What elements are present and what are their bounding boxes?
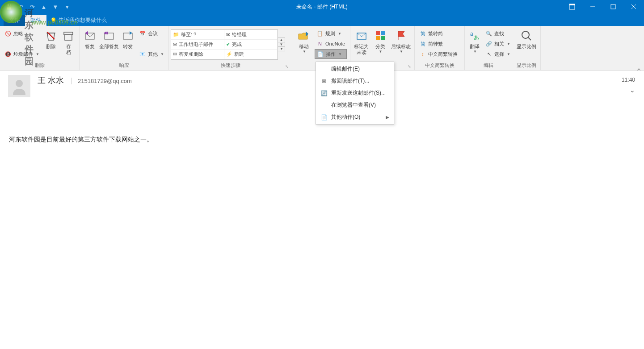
convert-icon: ↕ (419, 50, 426, 58)
zoom-icon (519, 29, 534, 43)
menu-resend-message[interactable]: 🔄重新发送这封邮件(S)... (317, 87, 393, 99)
svg-point-20 (522, 31, 529, 38)
svg-text:a: a (470, 31, 473, 37)
svg-rect-14 (376, 31, 380, 35)
resend-icon: 🔄 (320, 90, 328, 97)
delete-icon (44, 29, 58, 43)
maximize-icon[interactable] (603, 0, 623, 13)
related-button[interactable]: 🔗相关▼ (484, 39, 512, 49)
reply-icon (83, 29, 97, 43)
tab-file[interactable]: 文件 (4, 15, 25, 26)
quick-access-toolbar: 💾 ↶ ↷ ▲ ▼ ▾ (0, 1, 72, 12)
onenote-icon: N (316, 40, 324, 47)
actions-dropdown-menu: 编辑邮件(E) ✉撤回该邮件(T)... 🔄重新发送这封邮件(S)... 在浏览… (316, 62, 394, 125)
reply-all-button[interactable]: 全部答复 (98, 28, 119, 50)
sender-name: 王 水水 (38, 75, 64, 86)
ignore-button[interactable]: 🚫忽略 (3, 29, 41, 38)
delete-button[interactable]: 删除 (42, 28, 60, 50)
group-label-zoom: 显示比例 (514, 61, 539, 70)
sender-email: 215181729@qq.com (71, 78, 132, 84)
move-button[interactable]: 移动▼ (294, 28, 314, 54)
select-button[interactable]: ↖选择▼ (484, 49, 512, 59)
lightbulb-icon: 💡 (50, 17, 57, 24)
menu-recall-message[interactable]: ✉撤回该邮件(T)... (317, 75, 393, 87)
close-icon[interactable] (623, 0, 644, 13)
svg-rect-15 (381, 31, 385, 35)
quick-step-item[interactable]: ✉答复和删除 (171, 50, 224, 59)
categorize-button[interactable]: 分类▼ (371, 28, 389, 54)
ribbon-tabs: 文件 邮件 💡 告诉我你想要做什么 (0, 13, 644, 26)
respond-other-button[interactable]: 📧其他▼ (137, 49, 166, 59)
gallery-down-icon[interactable]: ▼ (278, 42, 285, 47)
meeting-button[interactable]: 📅会议 (137, 29, 166, 38)
svg-rect-3 (611, 4, 615, 9)
svg-rect-12 (123, 33, 132, 39)
menu-edit-message[interactable]: 编辑邮件(E) (317, 63, 393, 75)
prev-icon[interactable]: ▲ (38, 1, 49, 12)
svg-line-21 (528, 37, 531, 40)
message-time: 11:40 (622, 77, 635, 83)
zoom-button[interactable]: 显示比例 (514, 28, 539, 50)
svg-rect-16 (376, 36, 380, 40)
undo-icon[interactable]: ↶ (15, 1, 26, 12)
mark-unread-icon (354, 29, 369, 43)
redo-icon[interactable]: ↷ (27, 1, 38, 12)
next-icon[interactable]: ▼ (50, 1, 61, 12)
rules-button[interactable]: 📋规则▼ (315, 29, 347, 38)
translate-icon: aあ (467, 29, 482, 43)
dialog-launcher-icon[interactable]: ⤡ (285, 64, 289, 69)
onenote-button[interactable]: NOneNote (315, 39, 347, 49)
followup-button[interactable]: 后续标志▼ (389, 28, 412, 54)
menu-view-in-browser[interactable]: 在浏览器中查看(V) (317, 99, 393, 111)
recall-icon: ✉ (320, 78, 328, 85)
quick-steps-gallery[interactable]: 📁移至: ? ✉给经理 ✉工作组电子邮件 ✔完成 ✉答复和删除 ⚡新建 (171, 29, 278, 60)
minimize-icon[interactable] (582, 0, 603, 13)
mark-unread-button[interactable]: 标记为 未读 (352, 28, 371, 56)
tab-mail[interactable]: 邮件 (25, 15, 46, 26)
svg-rect-1 (569, 4, 575, 5)
archive-icon (61, 29, 76, 43)
reply-button[interactable]: 答复 (81, 28, 98, 50)
simp-to-trad-button[interactable]: 简简转繁 (417, 39, 459, 49)
ribbon-display-options-icon[interactable] (562, 0, 582, 13)
tell-me-search[interactable]: 💡 告诉我你想要做什么 (46, 15, 110, 26)
actions-icon: 📄 (317, 50, 324, 58)
qat-customize-icon[interactable]: ▾ (62, 1, 72, 12)
save-icon[interactable]: 💾 (4, 1, 14, 12)
quick-step-item[interactable]: ✉工作组电子邮件 (171, 40, 224, 50)
window-title: 未命名 - 邮件 (HTML) (296, 3, 348, 11)
chinese-convert-button[interactable]: ↕中文简繁转换 (417, 49, 459, 59)
translate-button[interactable]: aあ 翻译▼ (467, 28, 483, 54)
group-label-chinese: 中文简繁转换 (417, 61, 463, 70)
trad-icon: 繁 (419, 30, 426, 37)
quick-step-item[interactable]: ✔完成 (224, 40, 278, 50)
forward-button[interactable]: 转发 (119, 28, 136, 50)
svg-rect-8 (64, 32, 73, 35)
ignore-icon: 🚫 (4, 30, 12, 37)
svg-text:あ: あ (474, 34, 479, 41)
menu-other-actions[interactable]: 📄其他动作(O)▶ (317, 111, 393, 123)
dialog-launcher-icon[interactable]: ⤡ (407, 64, 412, 69)
meeting-icon: 📅 (139, 30, 146, 37)
archive-button[interactable]: 存 档 (59, 28, 77, 56)
collapse-header-icon[interactable]: ⌄ (630, 87, 635, 94)
categorize-icon (373, 29, 387, 43)
quick-step-item[interactable]: 📁移至: ? (171, 30, 224, 40)
junk-button[interactable]: 🚷垃圾邮件▼ (3, 49, 41, 59)
simp-icon: 简 (419, 40, 426, 47)
find-button[interactable]: 🔍查找 (484, 29, 512, 38)
quick-step-item[interactable]: ✉给经理 (224, 30, 278, 40)
gallery-up-icon[interactable]: ▲ (278, 38, 285, 42)
more-icon: 📧 (139, 50, 146, 58)
actions-button[interactable]: 📄操作▼ (315, 49, 347, 59)
forward-icon (121, 29, 135, 43)
flag-icon (394, 29, 408, 43)
trad-to-simp-button[interactable]: 繁繁转简 (417, 29, 459, 38)
related-icon: 🔗 (485, 40, 492, 47)
quick-step-item[interactable]: ⚡新建 (224, 50, 278, 59)
group-label-delete: 删除 (2, 61, 77, 70)
gallery-more-icon[interactable]: ▾ (278, 47, 285, 51)
svg-point-22 (16, 80, 23, 87)
junk-icon: 🚷 (4, 50, 12, 58)
rules-icon: 📋 (316, 30, 324, 37)
